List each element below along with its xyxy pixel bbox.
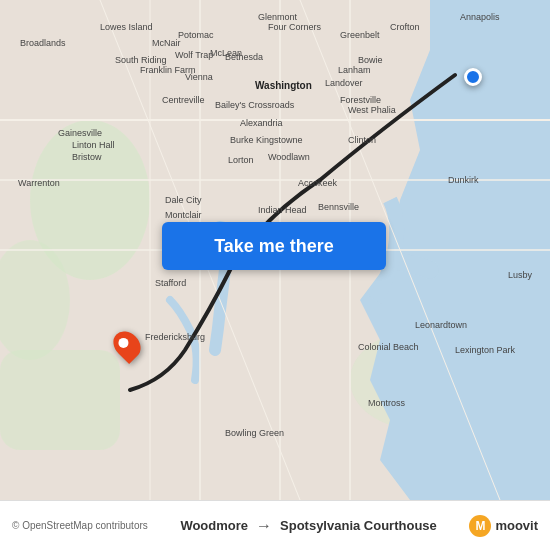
moovit-text: moovit	[495, 518, 538, 533]
bottom-bar: © OpenStreetMap contributors Woodmore → …	[0, 500, 550, 550]
origin-pin	[464, 68, 482, 86]
route-origin: Woodmore	[180, 518, 248, 533]
svg-rect-4	[0, 350, 120, 450]
map: BroadlandsLowes IslandPotomacGlenmontFou…	[0, 0, 550, 500]
moovit-icon: M	[469, 515, 491, 537]
route-info: Woodmore → Spotsylvania Courthouse	[148, 517, 470, 535]
moovit-logo: M moovit	[469, 515, 538, 537]
destination-pin	[115, 330, 139, 360]
take-me-there-button[interactable]: Take me there	[162, 222, 386, 270]
route-arrow-icon: →	[256, 517, 272, 535]
route-destination: Spotsylvania Courthouse	[280, 518, 437, 533]
map-attribution: © OpenStreetMap contributors	[12, 520, 148, 531]
